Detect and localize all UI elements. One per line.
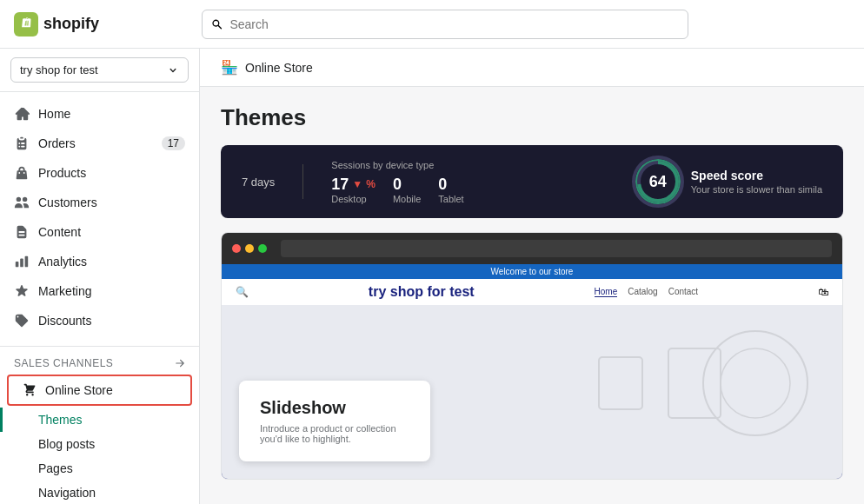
blog-posts-label: Blog posts <box>38 437 95 451</box>
sidebar-item-discounts-label: Discounts <box>38 314 91 328</box>
tablet-label: Tablet <box>438 194 463 204</box>
sidebar-item-customers-label: Customers <box>38 196 97 209</box>
search-icon <box>211 18 223 30</box>
slideshow-title: Slideshow <box>260 398 409 418</box>
online-store-breadcrumb-icon: 🏪 <box>221 59 238 76</box>
desktop-value: 17 ▼ % <box>331 176 376 194</box>
orders-badge: 17 <box>162 136 185 150</box>
sidebar-item-content-label: Content <box>38 225 81 239</box>
online-store-subnav: Themes Blog posts Pages Navigation Prefe… <box>0 408 199 504</box>
discounts-icon <box>14 313 30 328</box>
store-nav-home: Home <box>595 287 618 297</box>
breadcrumb: 🏪 Online Store <box>200 49 864 87</box>
main-layout: try shop for test Home Orders 17 <box>0 49 864 504</box>
svg-point-4 <box>721 348 790 418</box>
themes-label: Themes <box>38 413 83 427</box>
expand-icon <box>175 358 185 368</box>
sidebar-item-online-store[interactable]: Online Store <box>7 375 192 406</box>
sidebar-item-orders[interactable]: Orders 17 <box>0 129 199 158</box>
sidebar-item-customers[interactable]: Customers <box>0 188 199 217</box>
store-nav: Home Catalog Contact <box>595 287 699 297</box>
mobile-value: 0 <box>393 176 421 194</box>
page-title: Themes <box>221 104 843 131</box>
sidebar-item-home[interactable]: Home <box>0 99 199 129</box>
speed-title: Speed score <box>691 169 822 182</box>
shopify-bag-icon <box>14 12 38 36</box>
svg-rect-5 <box>668 348 721 418</box>
store-preview-body: Welcome to our store 🔍 try shop for test… <box>222 264 842 479</box>
sessions-label: Sessions by device type <box>331 160 463 170</box>
sidebar-item-analytics[interactable]: Analytics <box>0 247 199 276</box>
mobile-label: Mobile <box>393 194 421 204</box>
store-selector-button[interactable]: try shop for test <box>10 57 189 83</box>
sidebar-item-orders-label: Orders <box>38 136 76 150</box>
sidebar-item-home-label: Home <box>38 107 70 121</box>
search-input[interactable] <box>229 17 679 31</box>
sidebar-item-themes[interactable]: Themes <box>0 408 199 432</box>
speed-score: 64 <box>649 173 667 191</box>
sidebar: try shop for test Home Orders 17 <box>0 49 200 504</box>
speed-subtitle: Your store is slower than simila <box>691 184 822 195</box>
content-inner: Themes 7 days Sessions by device type 17… <box>200 87 864 497</box>
sidebar-item-content[interactable]: Content <box>0 217 199 247</box>
stat-period: 7 days <box>242 176 275 189</box>
slideshow-card: Slideshow Introduce a product or collect… <box>239 381 430 461</box>
sidebar-item-blog-posts[interactable]: Blog posts <box>0 432 199 456</box>
store-nav-catalog: Catalog <box>628 287 657 297</box>
down-pct: % <box>366 178 376 190</box>
content-icon <box>14 224 30 240</box>
tablet-value: 0 <box>438 176 463 194</box>
desktop-label: Desktop <box>331 194 376 204</box>
store-preview-card: Welcome to our store 🔍 try shop for test… <box>221 232 843 480</box>
store-search-icon: 🔍 <box>236 286 249 298</box>
speed-group: 64 Speed score Your store is slower than… <box>635 159 822 204</box>
topbar: shopify <box>0 0 864 49</box>
search-bar[interactable] <box>202 10 688 39</box>
tablet-stat: 0 Tablet <box>438 176 463 204</box>
dot-green <box>258 244 267 253</box>
sidebar-item-discounts[interactable]: Discounts <box>0 306 199 335</box>
shopify-logo: shopify <box>14 12 188 36</box>
speed-info: Speed score Your store is slower than si… <box>691 169 822 195</box>
breadcrumb-text: Online Store <box>245 61 313 75</box>
store-selector: try shop for test <box>0 49 199 92</box>
svg-rect-6 <box>599 357 642 409</box>
sidebar-item-pages[interactable]: Pages <box>0 456 199 481</box>
speed-circle: 64 <box>635 159 681 204</box>
sidebar-item-marketing-label: Marketing <box>38 284 91 298</box>
down-arrow: ▼ <box>352 178 362 190</box>
store-banner: Welcome to our store <box>222 264 842 279</box>
marketing-icon <box>14 283 30 299</box>
sidebar-item-marketing[interactable]: Marketing <box>0 276 199 306</box>
analytics-icon <box>14 254 30 269</box>
home-icon <box>14 106 30 122</box>
sidebar-item-analytics-label: Analytics <box>38 255 87 269</box>
content-area: 🏪 Online Store Themes 7 days Sessions by… <box>200 49 864 504</box>
preview-decoration <box>408 305 842 461</box>
sessions-stat-group: Sessions by device type 17 ▼ % Desktop 0 <box>331 160 463 204</box>
browser-url-bar <box>281 240 832 257</box>
navigation-label: Navigation <box>38 486 96 500</box>
online-store-label: Online Store <box>45 383 113 397</box>
preview-body: Slideshow Introduce a product or collect… <box>222 305 842 479</box>
store-name: try shop for test <box>20 63 98 76</box>
products-icon <box>14 165 30 181</box>
slideshow-desc: Introduce a product or collection you'd … <box>260 423 409 444</box>
chevron-down-icon <box>167 64 179 76</box>
stats-bar: 7 days Sessions by device type 17 ▼ % De… <box>221 145 843 218</box>
orders-icon <box>14 136 30 151</box>
sidebar-item-products[interactable]: Products <box>0 158 199 188</box>
store-cart-icon: 🛍 <box>818 286 828 298</box>
sales-channels-label: Sales channels <box>14 357 113 369</box>
svg-point-3 <box>703 331 808 435</box>
store-header-bar: 🔍 try shop for test Home Catalog Contact… <box>222 279 842 305</box>
sales-channels-header: Sales channels <box>0 350 199 373</box>
mobile-stat: 0 Mobile <box>393 176 421 204</box>
stat-divider-1 <box>302 164 303 199</box>
customers-icon <box>14 195 30 210</box>
sidebar-divider <box>0 346 199 347</box>
desktop-stat: 17 ▼ % Desktop <box>331 176 376 204</box>
online-store-icon <box>23 383 37 397</box>
main-nav: Home Orders 17 Products C <box>0 92 199 342</box>
sidebar-item-navigation[interactable]: Navigation <box>0 481 199 504</box>
